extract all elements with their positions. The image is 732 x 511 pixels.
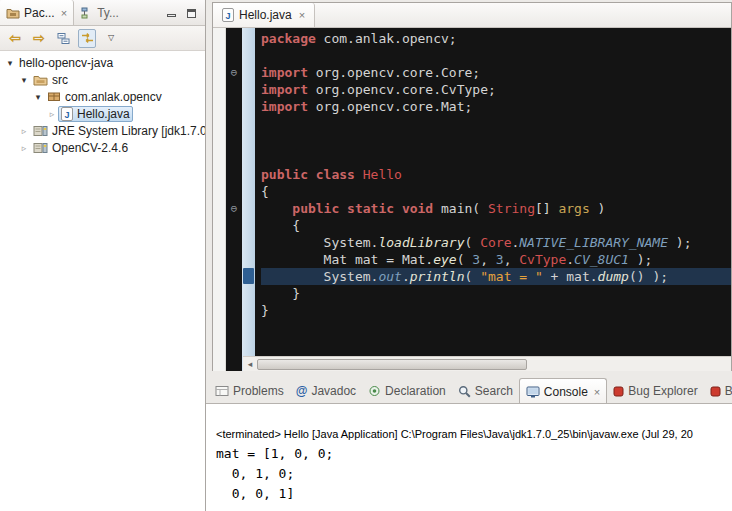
- view-tab-label: Pac...: [24, 6, 55, 20]
- tree-item-com-anlak-opencv[interactable]: ▾com.anlak.opencv: [0, 88, 205, 105]
- code-line: import org.opencv.core.CvType;: [261, 81, 731, 98]
- view-tab-label: Bug: [725, 384, 732, 398]
- close-icon[interactable]: ×: [594, 386, 600, 398]
- console-content[interactable]: <terminated> Hello [Java Application] C:…: [206, 403, 732, 511]
- tree-item-hit-area[interactable]: JRE System Library [jdk1.7.0_25]: [30, 122, 205, 139]
- editor-tab-label: Hello.java: [239, 8, 292, 22]
- view-menu-button[interactable]: ▽: [102, 29, 120, 48]
- tree-item-hit-area[interactable]: hello-opencv-java: [16, 54, 116, 71]
- view-tab-label: Javadoc: [311, 384, 356, 398]
- view-tab-label: Ty...: [97, 6, 119, 20]
- gutter-row: [226, 115, 242, 132]
- code-line: public class Hello: [261, 166, 731, 183]
- tree-item-hello-opencv-java[interactable]: ▾hello-opencv-java: [0, 54, 205, 71]
- view-tab-pac[interactable]: Pac...×: [0, 0, 74, 25]
- tree-item-hit-area[interactable]: com.anlak.opencv: [44, 88, 165, 105]
- tree-item-jre-system-library-jdk1-7-0-25[interactable]: ▹JRE System Library [jdk1.7.0_25]: [0, 122, 205, 139]
- forward-button[interactable]: ⇨: [30, 29, 48, 48]
- expand-arrow-icon[interactable]: ▹: [46, 109, 58, 119]
- expand-arrow-icon[interactable]: ▹: [18, 143, 30, 153]
- view-tab-bug[interactable]: Bug: [704, 379, 732, 403]
- bug-icon: [613, 386, 624, 397]
- package-explorer-toolbar: ⇦⇨▽: [0, 26, 205, 51]
- expand-arrow-icon[interactable]: ▹: [18, 126, 30, 136]
- minimize-view-button[interactable]: [165, 7, 178, 19]
- fold-marker-icon[interactable]: ⊖: [226, 200, 242, 217]
- editor-horizontal-scrollbar[interactable]: ◂: [243, 356, 731, 371]
- console-output-line: 0, 1, 0;: [216, 464, 732, 484]
- annotation-ruler[interactable]: [213, 28, 226, 371]
- console-output-line: mat = [1, 0, 0;: [216, 444, 732, 464]
- console-output: mat = [1, 0, 0; 0, 1, 0; 0, 0, 1]: [206, 440, 732, 504]
- view-window-buttons: [165, 0, 205, 25]
- gutter-row: [226, 47, 242, 64]
- code-line: [261, 115, 731, 132]
- java-file-icon: J: [61, 107, 73, 121]
- gutter-row: [226, 132, 242, 149]
- fold-marker-icon[interactable]: ⊖: [226, 64, 242, 81]
- javadoc-icon: @: [296, 385, 308, 397]
- view-tab-javadoc[interactable]: @Javadoc: [290, 379, 362, 403]
- tree-item-hit-area[interactable]: JHello.java: [58, 106, 133, 122]
- gutter-row: [226, 268, 242, 285]
- tree-item-hit-area[interactable]: src: [30, 71, 71, 88]
- code-line: [261, 149, 731, 166]
- gutter-row: [226, 302, 242, 319]
- console-output-line: 0, 0, 1]: [216, 484, 732, 504]
- tree-item-opencv-2-4-6[interactable]: ▹OpenCV-2.4.6: [0, 139, 205, 156]
- tree-item-hit-area[interactable]: OpenCV-2.4.6: [30, 139, 131, 156]
- code-line: System.loadLibrary( Core.NATIVE_LIBRARY_…: [261, 234, 731, 251]
- tree-item-label: com.anlak.opencv: [65, 90, 162, 104]
- collapse-all-button[interactable]: [54, 29, 72, 48]
- collapse-arrow-icon[interactable]: ▾: [32, 92, 44, 102]
- declaration-icon: [368, 385, 381, 397]
- tree-item-label: src: [52, 73, 68, 87]
- view-tab-label: Problems: [233, 384, 284, 398]
- gutter-row: [226, 30, 242, 47]
- source-folder-icon: [33, 74, 48, 86]
- tree-item-label: JRE System Library [jdk1.7.0_25]: [52, 124, 205, 138]
- code-line: Mat mat = Mat.eye( 3, 3, CvType.CV_8UC1 …: [261, 251, 731, 268]
- problems-icon: [215, 385, 229, 397]
- gutter-row: [226, 183, 242, 200]
- view-tab-label: Console: [544, 385, 588, 399]
- collapse-arrow-icon[interactable]: ▾: [18, 75, 30, 85]
- scroll-left-arrow-icon[interactable]: ◂: [243, 359, 257, 369]
- view-tab-problems[interactable]: Problems: [209, 379, 290, 403]
- editor-tab-hello-java[interactable]: J Hello.java ×: [213, 3, 315, 27]
- scrollbar-thumb[interactable]: [257, 359, 527, 370]
- collapse-arrow-icon[interactable]: ▾: [4, 58, 16, 68]
- code-text-area[interactable]: package com.anlak.opencv; import org.ope…: [255, 28, 731, 371]
- library-icon: [33, 142, 48, 154]
- gutter-row: [226, 234, 242, 251]
- code-line: }: [261, 302, 731, 319]
- link-with-editor-button[interactable]: [78, 29, 96, 48]
- code-line: package com.anlak.opencv;: [261, 30, 731, 47]
- bottom-view-tabbar: Problems@JavadocDeclarationSearchConsole…: [206, 377, 732, 403]
- forward-arrow-icon: ⇨: [33, 31, 45, 45]
- tree-item-src[interactable]: ▾src: [0, 71, 205, 88]
- collapse-all-icon: [57, 32, 70, 45]
- code-editor[interactable]: ⊖ ⊖ package com.anlak.opencv; import org…: [213, 28, 731, 371]
- left-view-tabs: Pac...×Ty...: [0, 0, 125, 25]
- editor-tabbar: J Hello.java ×: [213, 3, 731, 28]
- view-tab-search[interactable]: Search: [452, 379, 519, 403]
- folding-ruler[interactable]: ⊖ ⊖: [226, 28, 242, 371]
- view-tab-ty[interactable]: Ty...: [74, 0, 125, 25]
- view-tab-declaration[interactable]: Declaration: [362, 379, 452, 403]
- close-icon[interactable]: ×: [299, 9, 305, 21]
- gutter-row: [226, 98, 242, 115]
- gutter-row: [226, 251, 242, 268]
- java-file-icon: J: [222, 8, 234, 22]
- maximize-icon: [187, 9, 196, 18]
- gutter-row: [226, 166, 242, 183]
- maximize-view-button[interactable]: [185, 7, 198, 19]
- code-line: [261, 132, 731, 149]
- view-tab-console[interactable]: Console×: [519, 378, 607, 403]
- tree-item-hello-java[interactable]: ▹JHello.java: [0, 105, 205, 122]
- close-icon[interactable]: ×: [61, 7, 67, 19]
- project-tree: ▾hello-opencv-java▾src▾com.anlak.opencv▹…: [0, 51, 205, 156]
- back-arrow-icon: ⇦: [9, 31, 21, 45]
- view-tab-bug-explorer[interactable]: Bug Explorer: [607, 379, 703, 403]
- back-button[interactable]: ⇦: [6, 29, 24, 48]
